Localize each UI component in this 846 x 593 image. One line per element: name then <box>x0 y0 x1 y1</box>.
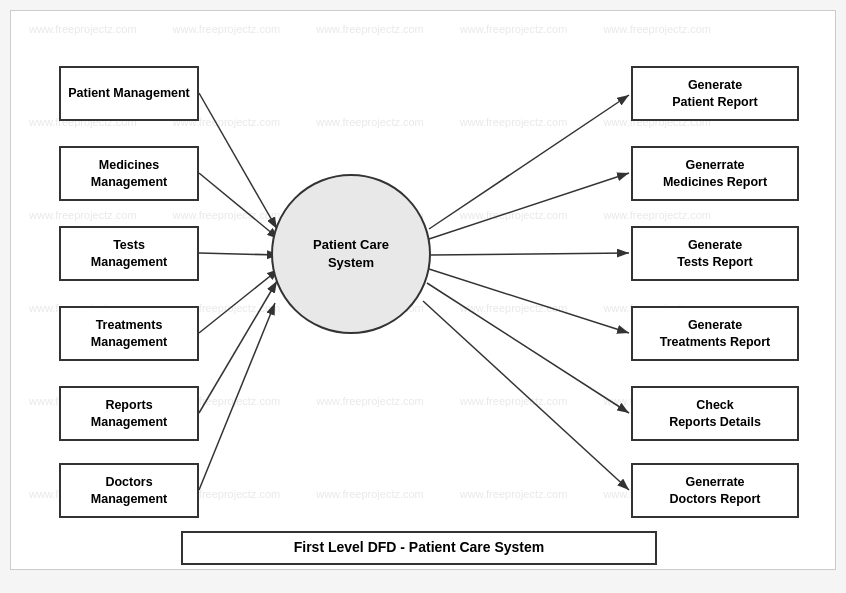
svg-line-4 <box>199 269 279 333</box>
generate-treatments-report-box: GenerateTreatments Report <box>631 306 799 361</box>
caption-box: First Level DFD - Patient Care System <box>181 531 657 565</box>
treatments-management-box: TreatmentsManagement <box>59 306 199 361</box>
svg-line-8 <box>429 173 629 239</box>
generate-patient-report-box: GeneratePatient Report <box>631 66 799 121</box>
generate-medicines-report-box: GenerrateMedicines Report <box>631 146 799 201</box>
generate-doctors-report-box: GenerrateDoctors Report <box>631 463 799 518</box>
diagram-container: www.freeprojectz.com www.freeprojectz.co… <box>10 10 836 570</box>
doctors-management-box: DoctorsManagement <box>59 463 199 518</box>
svg-line-7 <box>429 95 629 229</box>
svg-line-3 <box>199 253 279 255</box>
svg-line-5 <box>199 281 277 413</box>
patient-management-box: Patient Management <box>59 66 199 121</box>
center-circle: Patient CareSystem <box>271 174 431 334</box>
medicines-management-box: MedicinesManagement <box>59 146 199 201</box>
svg-line-11 <box>427 283 629 413</box>
svg-line-2 <box>199 173 279 239</box>
generate-tests-report-box: GenerateTests Report <box>631 226 799 281</box>
svg-line-12 <box>423 301 629 490</box>
diagram-inner: www.freeprojectz.com www.freeprojectz.co… <box>11 11 835 569</box>
svg-line-9 <box>431 253 629 255</box>
svg-line-10 <box>429 269 629 333</box>
svg-line-1 <box>199 93 277 229</box>
check-reports-details-box: CheckReports Details <box>631 386 799 441</box>
tests-management-box: TestsManagement <box>59 226 199 281</box>
svg-line-6 <box>199 303 275 490</box>
reports-management-box: ReportsManagement <box>59 386 199 441</box>
